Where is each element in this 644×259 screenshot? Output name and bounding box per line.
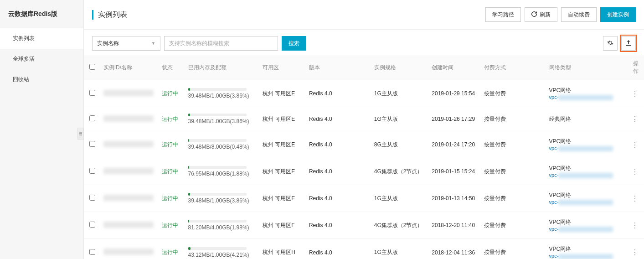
created-time-cell: 2019-01-24 17:20 [429, 131, 481, 158]
instance-id-blurred[interactable] [103, 222, 154, 228]
refresh-icon [531, 11, 537, 18]
memory-bar [188, 88, 247, 91]
instance-id-blurred[interactable] [103, 90, 154, 96]
network-type: VPC网络 [549, 192, 623, 199]
table-row: 运行中 81.20MB/4.00GB(1.98%) 杭州 可用区F Redis … [84, 212, 644, 239]
created-time-cell: 2019-01-15 15:24 [429, 158, 481, 185]
col-mem-header: 已用内存及配额 [185, 55, 260, 80]
zone-cell: 杭州 可用区E [260, 107, 306, 131]
col-net-header: 网络类型 [546, 55, 626, 80]
more-actions-icon[interactable]: ⋮ [631, 168, 639, 176]
network-type: VPC网络 [549, 218, 623, 226]
instance-id-blurred[interactable] [103, 141, 154, 147]
row-checkbox[interactable] [89, 168, 95, 174]
table-row: 运行中 39.48MB/8.00GB(0.48%) 杭州 可用区E Redis … [84, 131, 644, 158]
version-cell: Redis 4.0 [306, 212, 371, 239]
pay-cell: 按量付费 [481, 158, 546, 185]
search-button[interactable]: 搜索 [282, 36, 306, 51]
table-header-row: 实例ID/名称 状态 已用内存及配额 可用区 版本 实例规格 创建时间 付费方式… [84, 55, 644, 80]
export-button[interactable] [621, 36, 636, 51]
status-badge: 运行中 [162, 141, 178, 148]
table-row: 运行中 76.95MB/4.00GB(1.88%) 杭州 可用区E Redis … [84, 158, 644, 185]
created-time-cell: 2019-01-29 15:54 [429, 80, 481, 107]
version-cell: Redis 4.0 [306, 107, 371, 131]
search-input[interactable] [164, 36, 278, 51]
spec-cell: 1G主从版 [371, 185, 429, 212]
product-title: 云数据库Redis版 [0, 0, 83, 28]
refresh-button[interactable]: 刷新 [525, 7, 557, 22]
chevron-down-icon: ▼ [151, 41, 155, 46]
sidebar-collapse-handle[interactable] [77, 128, 84, 140]
table-row: 运行中 39.48MB/1.00GB(3.86%) 杭州 可用区E Redis … [84, 80, 644, 107]
created-time-cell: 2018-12-04 11:36 [429, 239, 481, 259]
status-badge: 运行中 [162, 116, 178, 122]
status-badge: 运行中 [162, 168, 178, 175]
header-actions: 学习路径 刷新 自动续费 创建实例 [485, 7, 636, 22]
more-actions-icon[interactable]: ⋮ [631, 195, 639, 202]
memory-bar [188, 220, 247, 223]
vpc-link[interactable]: vpc- [549, 253, 623, 259]
zone-cell: 杭州 可用区E [260, 80, 306, 107]
pay-cell: 按量付费 [481, 212, 546, 239]
memory-bar [188, 193, 247, 196]
sidebar-item-0[interactable]: 实例列表 [0, 28, 83, 49]
instance-table-wrap: 实例ID/名称 状态 已用内存及配额 可用区 版本 实例规格 创建时间 付费方式… [84, 55, 644, 259]
status-badge: 运行中 [162, 90, 178, 97]
sidebar-item-1[interactable]: 全球多活 [0, 49, 83, 69]
create-instance-button[interactable]: 创建实例 [600, 7, 636, 22]
status-badge: 运行中 [162, 222, 178, 228]
spec-cell: 1G主从版 [371, 80, 429, 107]
col-zone-header: 可用区 [260, 55, 306, 80]
memory-text: 43.12MB/1.00GB(4.21%) [188, 252, 257, 258]
row-checkbox[interactable] [89, 222, 95, 228]
instance-id-blurred[interactable] [103, 195, 154, 201]
status-badge: 运行中 [162, 249, 178, 255]
col-status-header: 状态 [159, 55, 185, 80]
zone-cell: 杭州 可用区H [260, 239, 306, 259]
pay-cell: 按量付费 [481, 80, 546, 107]
instance-id-blurred[interactable] [103, 249, 154, 255]
sidebar: 云数据库Redis版 实例列表全球多活回收站 [0, 0, 84, 259]
vpc-link[interactable]: vpc- [549, 199, 623, 205]
row-checkbox[interactable] [89, 195, 95, 201]
gear-icon [607, 40, 613, 47]
select-all-checkbox[interactable] [89, 64, 95, 70]
network-type: VPC网络 [549, 165, 623, 172]
spec-cell: 4G集群版（2节点） [371, 212, 429, 239]
network-type: VPC网络 [549, 87, 623, 94]
auto-renew-button[interactable]: 自动续费 [561, 7, 597, 22]
more-actions-icon[interactable]: ⋮ [631, 115, 639, 123]
table-row: 运行中 39.48MB/1.00GB(3.86%) 杭州 可用区E Redis … [84, 107, 644, 131]
vpc-link[interactable]: vpc- [549, 172, 623, 178]
vpc-link[interactable]: vpc- [549, 226, 623, 232]
vpc-link[interactable]: vpc- [549, 145, 623, 151]
toolbar: 实例名称 ▼ 搜索 [84, 30, 644, 55]
col-spec-header: 实例规格 [371, 55, 429, 80]
filter-type-select[interactable]: 实例名称 ▼ [92, 36, 160, 51]
row-checkbox[interactable] [89, 90, 95, 96]
more-actions-icon[interactable]: ⋮ [631, 222, 639, 229]
row-checkbox[interactable] [89, 141, 95, 147]
more-actions-icon[interactable]: ⋮ [631, 141, 639, 149]
pay-cell: 按量付费 [481, 185, 546, 212]
row-checkbox[interactable] [89, 115, 95, 121]
memory-text: 39.48MB/1.00GB(3.86%) [188, 197, 257, 204]
instance-id-blurred[interactable] [103, 115, 154, 122]
col-pay-header: 付费方式 [481, 55, 546, 80]
memory-text: 39.48MB/8.00GB(0.48%) [188, 144, 257, 150]
created-time-cell: 2018-12-20 11:40 [429, 212, 481, 239]
settings-button[interactable] [603, 36, 618, 51]
learn-path-button[interactable]: 学习路径 [485, 7, 521, 22]
memory-text: 39.48MB/1.00GB(3.86%) [188, 118, 257, 124]
network-type: 经典网络 [549, 115, 623, 123]
table-row: 运行中 39.48MB/1.00GB(3.86%) 杭州 可用区E Redis … [84, 185, 644, 212]
refresh-label: 刷新 [540, 11, 551, 19]
version-cell: Redis 4.0 [306, 185, 371, 212]
sidebar-item-2[interactable]: 回收站 [0, 69, 83, 90]
vpc-link[interactable]: vpc- [549, 94, 623, 100]
more-actions-icon[interactable]: ⋮ [631, 90, 639, 98]
row-checkbox[interactable] [89, 249, 95, 255]
more-actions-icon[interactable]: ⋮ [631, 249, 639, 256]
instance-id-blurred[interactable] [103, 168, 154, 174]
memory-text: 76.95MB/4.00GB(1.88%) [188, 171, 257, 177]
